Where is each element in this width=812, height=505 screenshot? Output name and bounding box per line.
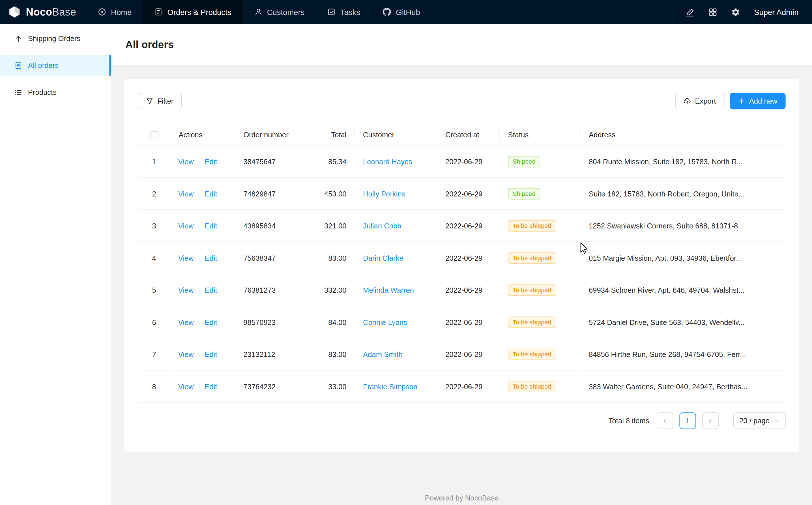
actions-divider (199, 190, 200, 197)
status-tag: To be shipped (508, 284, 556, 296)
order-number-cell: 43895834 (235, 210, 310, 242)
nav-item-tasks[interactable]: Tasks (316, 0, 371, 24)
view-link[interactable]: View (178, 318, 194, 326)
table-header-row: Actions Order number Total Customer Crea… (138, 124, 786, 146)
row-actions: ViewEdit (170, 274, 235, 306)
customer-link[interactable]: Melinda Warren (363, 286, 414, 294)
status-cell: Shipped (500, 146, 581, 177)
logo-text: NocoBase (26, 7, 76, 17)
filter-icon (146, 98, 153, 105)
table-body: 1 ViewEdit 38475647 85.34 Leonard Hayes … (138, 146, 786, 402)
view-link[interactable]: View (178, 221, 194, 229)
nav-item-github[interactable]: GitHub (371, 0, 432, 24)
status-cell: To be shipped (500, 274, 581, 306)
total-cell: 321.00 (310, 210, 354, 242)
plugins-icon[interactable] (709, 8, 717, 16)
actions-divider (199, 222, 200, 229)
total-cell: 83.00 (310, 242, 354, 274)
edit-link[interactable]: Edit (205, 318, 217, 326)
actions-divider (199, 254, 200, 262)
customer-link[interactable]: Leonard Hayes (363, 157, 412, 166)
top-nav: NocoBase Home Orders & Products Customer… (0, 0, 812, 24)
sidebar: Shipping Orders All orders Products (0, 24, 111, 505)
customer-link[interactable]: Adam Smith (363, 350, 402, 358)
created-at-cell: 2022-06-29 (437, 274, 500, 306)
nav-item-label: Tasks (340, 8, 360, 16)
page-size-select[interactable]: 20 / page (733, 412, 786, 429)
order-number-cell: 23132112 (235, 338, 310, 370)
view-link[interactable]: View (178, 382, 194, 390)
status-cell: To be shipped (500, 370, 581, 402)
powered-by-footer: Powered by NocoBase (111, 494, 812, 502)
table-row: 7 ViewEdit 23132112 83.00 Adam Smith 202… (138, 338, 786, 370)
pagination-next-button[interactable] (702, 412, 719, 429)
customer-cell: Frankie Simpson (355, 370, 437, 402)
select-all-checkbox[interactable] (150, 131, 158, 139)
address-cell: 84856 Hirthe Run, Suite 268, 94754-6705,… (581, 338, 786, 370)
column-header-customer: Customer (355, 124, 437, 146)
row-index: 3 (138, 210, 170, 242)
total-cell: 332.00 (310, 274, 354, 306)
nav-item-customers[interactable]: Customers (243, 0, 316, 24)
customer-link[interactable]: Julian Cobb (363, 221, 401, 229)
edit-link[interactable]: Edit (205, 350, 217, 358)
status-cell: To be shipped (500, 210, 581, 242)
home-icon (98, 8, 106, 16)
edit-link[interactable]: Edit (205, 254, 217, 262)
view-link[interactable]: View (178, 350, 194, 358)
view-link[interactable]: View (178, 254, 194, 262)
customer-link[interactable]: Holly Perkins (363, 189, 405, 198)
customer-cell: Connie Lyons (355, 306, 437, 338)
customer-cell: Adam Smith (355, 338, 437, 370)
row-index: 7 (138, 338, 170, 370)
address-cell: 1252 Swaniawski Corners, Suite 688, 8137… (581, 210, 786, 242)
customer-link[interactable]: Connie Lyons (363, 318, 407, 326)
status-cell: Shipped (500, 178, 581, 210)
view-link[interactable]: View (178, 157, 194, 166)
order-number-cell: 38475647 (235, 146, 310, 177)
created-at-cell: 2022-06-29 (437, 338, 500, 370)
view-link[interactable]: View (178, 286, 194, 294)
pagination-page-1[interactable]: 1 (679, 412, 696, 429)
edit-link[interactable]: Edit (205, 286, 217, 294)
export-cloud-icon (684, 98, 691, 105)
edit-link[interactable]: Edit (205, 157, 217, 166)
pagination-prev-button[interactable] (656, 412, 673, 429)
status-cell: To be shipped (500, 242, 581, 274)
view-link[interactable]: View (178, 189, 194, 198)
nav-item-orders-products[interactable]: Orders & Products (143, 0, 243, 24)
status-tag: To be shipped (508, 252, 556, 263)
user-menu[interactable]: Super Admin (754, 8, 798, 16)
settings-icon[interactable] (731, 8, 740, 16)
customer-link[interactable]: Darin Clarke (363, 254, 403, 262)
column-header-address: Address (581, 124, 786, 146)
row-actions: ViewEdit (170, 338, 235, 370)
table-toolbar: Filter Export Add new (138, 93, 786, 110)
edit-link[interactable]: Edit (205, 221, 217, 229)
export-button[interactable]: Export (675, 93, 724, 110)
order-number-cell: 75638347 (235, 242, 310, 274)
nocobase-logo[interactable]: NocoBase (0, 5, 86, 19)
status-tag: To be shipped (508, 380, 556, 392)
sidebar-item-all-orders[interactable]: All orders (0, 55, 111, 75)
customer-link[interactable]: Frankie Simpson (363, 382, 417, 390)
edit-link[interactable]: Edit (205, 189, 217, 198)
row-actions: ViewEdit (170, 210, 235, 242)
app-root: NocoBase Home Orders & Products Customer… (0, 0, 812, 505)
total-cell: 33.00 (310, 370, 354, 402)
sidebar-item-products[interactable]: Products (0, 82, 111, 103)
add-new-button[interactable]: Add new (729, 93, 786, 110)
filter-button[interactable]: Filter (138, 93, 182, 110)
ui-editor-icon[interactable] (686, 8, 695, 16)
status-tag: Shipped (508, 156, 540, 167)
edit-link[interactable]: Edit (205, 382, 217, 390)
sidebar-item-shipping-orders[interactable]: Shipping Orders (0, 28, 111, 49)
customers-icon (254, 8, 262, 16)
status-cell: To be shipped (500, 306, 581, 338)
order-number-cell: 73764232 (235, 370, 310, 402)
created-at-cell: 2022-06-29 (437, 178, 500, 210)
chevron-right-icon (707, 418, 713, 424)
column-header-total: Total (310, 124, 354, 146)
nav-item-home[interactable]: Home (86, 0, 143, 24)
orders-list-icon (14, 61, 22, 69)
